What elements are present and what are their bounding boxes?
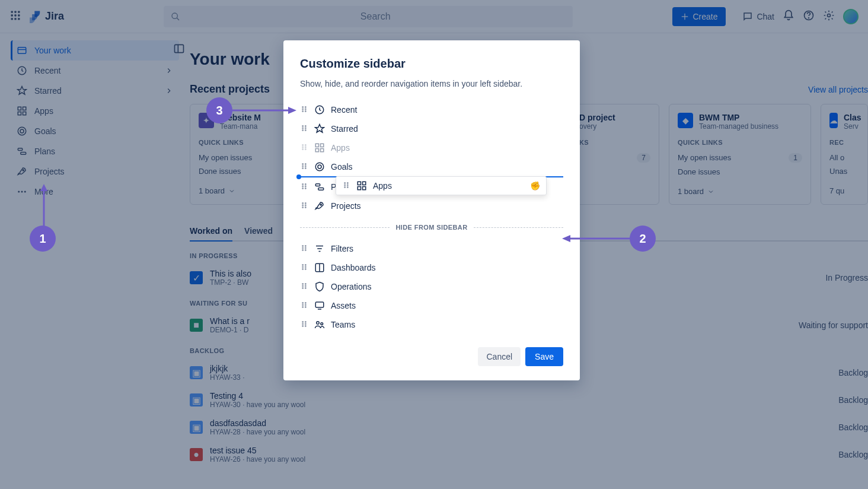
svg-point-57 — [305, 166, 306, 167]
svg-point-73 — [347, 185, 348, 186]
svg-point-48 — [305, 148, 306, 150]
annotation-arrow-1 — [39, 184, 49, 227]
svg-point-43 — [302, 144, 304, 145]
modal-item[interactable]: Starred — [300, 119, 563, 138]
svg-point-80 — [302, 205, 304, 206]
drag-handle-icon[interactable] — [300, 301, 308, 311]
svg-point-55 — [302, 167, 304, 169]
drag-handle-icon[interactable] — [300, 320, 308, 330]
svg-point-88 — [302, 249, 304, 250]
customize-sidebar-modal: Customize sidebar Show, hide, and reorde… — [283, 40, 580, 380]
modal-item[interactable]: Operations — [300, 277, 563, 296]
drag-handle-icon[interactable] — [300, 282, 308, 292]
handle-icon — [300, 282, 308, 290]
svg-point-122 — [305, 325, 306, 326]
annotation-callout-2: 2 — [630, 226, 656, 252]
modal-item-plans[interactable]: Pl Apps ✊ — [300, 177, 563, 196]
svg-point-87 — [302, 247, 304, 249]
svg-point-65 — [305, 186, 306, 187]
modal-item-label: Recent — [331, 105, 357, 115]
svg-point-38 — [302, 128, 304, 129]
svg-point-121 — [305, 323, 306, 325]
drag-handle-icon[interactable] — [300, 143, 308, 153]
handle-icon — [300, 201, 308, 209]
dragging-item[interactable]: Apps ✊ — [336, 176, 547, 195]
handle-icon — [300, 105, 308, 113]
drag-handle-icon[interactable] — [300, 124, 308, 134]
plans-icon — [314, 182, 325, 192]
svg-point-124 — [321, 323, 323, 325]
svg-point-100 — [305, 268, 306, 269]
svg-rect-115 — [315, 302, 324, 307]
handle-icon — [300, 320, 308, 328]
modal-item[interactable]: Apps — [300, 138, 563, 157]
drag-handle-icon[interactable] — [300, 201, 308, 211]
svg-point-72 — [347, 182, 348, 183]
svg-point-56 — [305, 163, 306, 164]
svg-point-104 — [302, 285, 304, 287]
annotation-arrow-3 — [231, 106, 296, 115]
svg-point-120 — [305, 321, 306, 322]
svg-point-111 — [302, 306, 304, 307]
svg-point-60 — [318, 165, 321, 169]
svg-point-105 — [302, 287, 304, 288]
modal-item[interactable]: Teams — [300, 315, 563, 334]
grid-icon — [356, 180, 367, 191]
hide-separator: HIDE FROM SIDEBAR — [300, 224, 563, 231]
svg-point-81 — [302, 207, 304, 208]
modal-item-label: Dashboards — [331, 263, 376, 272]
svg-point-118 — [302, 323, 304, 325]
modal-footer: Cancel Save — [300, 347, 563, 366]
svg-point-47 — [305, 147, 306, 148]
svg-point-74 — [347, 186, 348, 188]
grab-cursor-icon: ✊ — [530, 181, 540, 190]
svg-point-99 — [305, 266, 306, 268]
annotation-callout-1: 1 — [30, 226, 56, 252]
clock-icon — [314, 104, 325, 115]
shield-icon — [314, 281, 325, 292]
handle-icon — [300, 124, 308, 132]
cancel-button[interactable]: Cancel — [478, 347, 521, 366]
drag-handle-icon[interactable] — [300, 105, 308, 115]
save-button[interactable]: Save — [525, 347, 563, 366]
svg-point-91 — [305, 249, 306, 250]
handle-icon — [300, 263, 308, 271]
drag-handle-icon[interactable] — [342, 181, 350, 191]
modal-item[interactable]: Projects — [300, 196, 563, 215]
svg-point-117 — [302, 321, 304, 322]
handle-icon — [300, 143, 308, 151]
svg-point-66 — [305, 188, 306, 189]
svg-point-41 — [305, 128, 306, 129]
grid-icon — [314, 142, 325, 153]
svg-point-95 — [302, 264, 304, 265]
drag-handle-icon[interactable] — [300, 263, 308, 273]
handle-icon — [300, 162, 308, 170]
hide-label: HIDE FROM SIDEBAR — [395, 224, 467, 231]
handle-icon — [300, 244, 308, 252]
svg-point-110 — [302, 304, 304, 306]
svg-point-62 — [302, 186, 304, 187]
svg-rect-78 — [363, 187, 366, 190]
drag-handle-icon[interactable] — [300, 162, 308, 172]
svg-point-40 — [305, 125, 306, 126]
svg-point-119 — [302, 325, 304, 326]
modal-item[interactable]: Goals — [300, 157, 563, 176]
svg-point-45 — [302, 148, 304, 150]
svg-rect-51 — [315, 149, 318, 152]
drag-handle-icon[interactable] — [300, 182, 308, 192]
team-icon — [314, 319, 325, 330]
svg-point-59 — [315, 163, 324, 171]
svg-point-70 — [344, 185, 346, 186]
svg-rect-75 — [358, 182, 360, 185]
handle-icon — [342, 181, 350, 189]
modal-item[interactable]: Assets — [300, 296, 563, 315]
svg-point-58 — [305, 167, 306, 169]
modal-item[interactable]: Filters — [300, 239, 563, 258]
modal-item[interactable]: Dashboards — [300, 258, 563, 277]
modal-item[interactable]: Recent — [300, 100, 563, 119]
drag-handle-icon[interactable] — [300, 244, 308, 254]
svg-point-114 — [305, 306, 306, 307]
svg-point-69 — [344, 182, 346, 183]
dash-icon — [314, 262, 325, 273]
modal-item-label: Filters — [331, 244, 353, 253]
